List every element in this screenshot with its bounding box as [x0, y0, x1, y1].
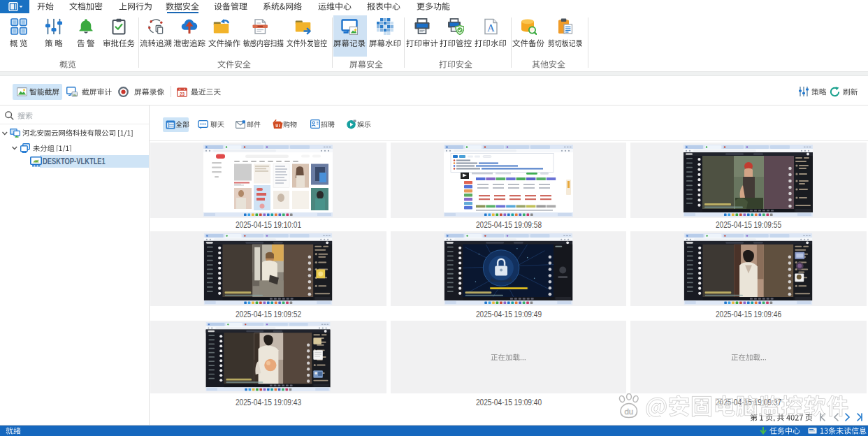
svg-text:A: A: [487, 22, 495, 34]
svg-text:du: du: [624, 407, 633, 416]
svg-text:23: 23: [180, 91, 185, 96]
